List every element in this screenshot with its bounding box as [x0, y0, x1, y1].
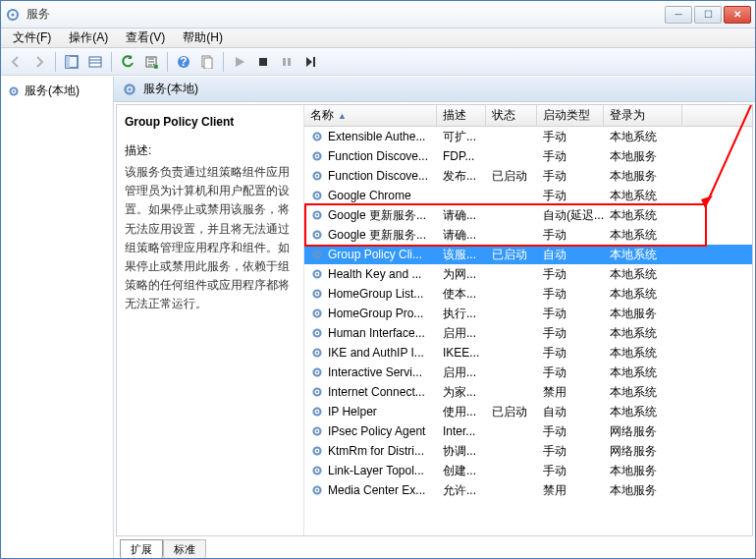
table-row[interactable]: HomeGroup Pro...执行...手动本地服务: [304, 304, 752, 323]
svg-rect-14: [288, 58, 291, 66]
table-row[interactable]: Group Policy Cli...该服...已启动自动本地系统: [304, 245, 752, 264]
tree-root-label: 服务(本地): [25, 83, 80, 99]
svg-rect-12: [259, 58, 267, 66]
gear-icon: [310, 248, 324, 261]
menu-action[interactable]: 操作(A): [61, 28, 116, 48]
content-area: 服务(本地) 服务(本地) Group Policy Client 描述: 该服…: [1, 76, 755, 558]
svg-point-55: [316, 470, 318, 472]
gear-icon: [310, 169, 324, 183]
right-header: 服务(本地): [114, 77, 755, 102]
start-service-button: [229, 51, 250, 73]
table-row[interactable]: Google 更新服务...请确...自动(延迟...本地系统: [304, 205, 752, 225]
export-button[interactable]: [140, 51, 162, 73]
svg-point-25: [316, 175, 318, 177]
table-row[interactable]: Link-Layer Topol...创建...手动本地服务: [304, 461, 752, 480]
col-status[interactable]: 状态: [486, 105, 537, 126]
svg-point-41: [316, 332, 318, 334]
svg-point-33: [316, 253, 318, 255]
minimize-button[interactable]: ─: [665, 6, 692, 24]
tab-extended[interactable]: 扩展: [120, 539, 163, 558]
gear-icon: [310, 307, 324, 320]
table-row[interactable]: Function Discove...发布...已启动手动本地服务: [304, 166, 752, 186]
gear-icon: [310, 424, 324, 438]
properties-button[interactable]: [196, 51, 218, 73]
gear-icon: [310, 365, 324, 379]
app-icon: [5, 7, 21, 23]
svg-point-1: [12, 13, 15, 16]
right-header-label: 服务(本地): [143, 81, 198, 97]
right-pane: 服务(本地) Group Policy Client 描述: 该服务负责通过组策…: [114, 77, 755, 558]
svg-point-31: [316, 234, 318, 236]
table-row[interactable]: HomeGroup List...使本...手动本地系统: [304, 284, 752, 304]
menu-file[interactable]: 文件(F): [5, 28, 59, 48]
gear-icon: [310, 228, 324, 242]
close-button[interactable]: ✕: [724, 6, 751, 24]
table-row[interactable]: IKE and AuthIP I...IKEE...手动本地系统: [304, 343, 752, 363]
tab-standard[interactable]: 标准: [163, 539, 206, 558]
menu-help[interactable]: 帮助(H): [175, 28, 231, 48]
col-desc[interactable]: 描述: [437, 105, 486, 126]
table-row[interactable]: Human Interface...启用...手动本地系统: [304, 323, 752, 343]
toolbar-icon[interactable]: [61, 51, 82, 73]
table-row[interactable]: Google Chrome手动本地系统: [304, 186, 752, 205]
table-row[interactable]: Function Discove...FDP...手动本地服务: [304, 146, 752, 166]
gear-icon: [310, 287, 324, 301]
maximize-button[interactable]: ☐: [694, 6, 722, 24]
right-body: Group Policy Client 描述: 该服务负责通过组策略组件应用管理…: [116, 104, 753, 536]
table-row[interactable]: IPsec Policy AgentInter...手动网络服务: [304, 421, 752, 441]
gear-icon: [310, 149, 324, 163]
gear-icon: [310, 208, 324, 222]
stop-service-button[interactable]: [252, 51, 274, 73]
table-row[interactable]: KtmRm for Distri...协调...手动网络服务: [304, 441, 752, 461]
svg-rect-11: [204, 58, 212, 69]
gear-icon: [310, 267, 324, 281]
restart-service-button[interactable]: [299, 51, 321, 73]
window-title: 服务: [27, 6, 665, 23]
gear-icon: [310, 130, 324, 143]
svg-point-49: [316, 411, 318, 413]
table-body[interactable]: Extensible Authe...可扩...手动本地系统Function D…: [304, 127, 752, 535]
table-row[interactable]: Internet Connect...为家...禁用本地系统: [304, 382, 752, 402]
menu-view[interactable]: 查看(V): [118, 28, 173, 48]
svg-point-37: [316, 293, 318, 295]
help-button[interactable]: ?: [173, 51, 194, 73]
table-row[interactable]: IP Helper使用...已启动自动本地系统: [304, 402, 752, 421]
svg-point-47: [316, 391, 318, 393]
col-logon[interactable]: 登录为: [604, 105, 682, 126]
pause-service-button: [276, 51, 297, 73]
table-row[interactable]: Media Center Ex...允许...禁用本地服务: [304, 480, 752, 500]
gear-icon: [310, 346, 324, 360]
sort-asc-icon: ▲: [338, 111, 347, 121]
table-row[interactable]: Health Key and ...为网...手动本地系统: [304, 264, 752, 284]
toolbar-icon[interactable]: [84, 51, 106, 73]
menubar: 文件(F) 操作(A) 查看(V) 帮助(H): [1, 28, 755, 48]
tree-root-item[interactable]: 服务(本地): [3, 81, 111, 101]
table-header: 名称▲ 描述 状态 启动类型 登录为: [304, 105, 752, 127]
svg-point-39: [316, 312, 318, 314]
svg-point-29: [316, 214, 318, 216]
svg-point-53: [316, 450, 318, 452]
table-row[interactable]: Extensible Authe...可扩...手动本地系统: [304, 127, 752, 146]
col-name[interactable]: 名称▲: [304, 105, 437, 126]
col-startup[interactable]: 启动类型: [537, 105, 604, 126]
refresh-button[interactable]: [117, 51, 138, 73]
table-row[interactable]: Interactive Servi...启用...手动本地系统: [304, 363, 752, 382]
back-button: [5, 51, 27, 73]
gear-icon: [310, 326, 324, 340]
svg-point-19: [129, 87, 132, 90]
detail-pane: Group Policy Client 描述: 该服务负责通过组策略组件应用管理…: [117, 105, 303, 535]
services-window: 服务 ─ ☐ ✕ 文件(F) 操作(A) 查看(V) 帮助(H) ?: [0, 0, 756, 559]
svg-point-51: [316, 430, 318, 432]
svg-point-27: [316, 195, 318, 196]
gear-icon: [310, 189, 324, 202]
svg-point-43: [316, 352, 318, 354]
table-row[interactable]: Google 更新服务...请确...手动本地系统: [304, 225, 752, 245]
toolbar: ?: [1, 48, 755, 76]
svg-rect-13: [283, 58, 286, 66]
gear-icon: [310, 405, 324, 419]
svg-point-17: [13, 89, 15, 91]
detail-desc-text: 该服务负责通过组策略组件应用管理员为计算机和用户配置的设置。如果停止或禁用该服务…: [125, 163, 294, 314]
gear-icon: [310, 444, 324, 458]
titlebar: 服务 ─ ☐ ✕: [1, 1, 755, 28]
gear-icon: [310, 385, 324, 399]
